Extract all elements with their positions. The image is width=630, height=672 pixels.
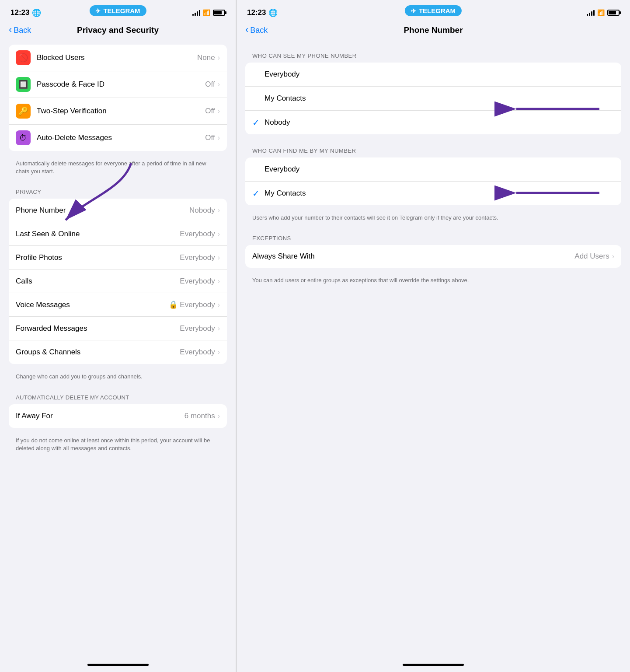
time-right: 12:23 🌐 xyxy=(247,8,278,18)
passcode-label: Passcode & Face ID xyxy=(37,80,205,89)
auto-delete-chevron: › xyxy=(218,134,220,142)
signal-icon-left xyxy=(192,10,200,16)
phone-number-chevron: › xyxy=(218,206,220,214)
groups-channels-chevron: › xyxy=(218,348,220,356)
auto-delete-label: Auto-Delete Messages xyxy=(37,133,205,142)
add-users-chevron: › xyxy=(612,252,614,260)
left-panel: 12:23 🌐 ✈ TELEGRAM 📶 ‹ Back xyxy=(0,0,236,672)
status-bar-right: 12:23 🌐 ✈ TELEGRAM 📶 xyxy=(237,0,630,22)
passcode-icon: 🔲 xyxy=(16,77,31,92)
phone-number-row[interactable]: Phone Number Nobody › xyxy=(9,199,227,222)
home-bar-left xyxy=(87,664,149,666)
forwarded-messages-value: Everybody xyxy=(180,324,215,333)
find-everybody-row[interactable]: ✓ Everybody xyxy=(245,158,621,182)
forwarded-messages-chevron: › xyxy=(218,325,220,332)
telegram-icon-right: ✈ xyxy=(411,7,416,14)
profile-photos-label: Profile Photos xyxy=(16,253,180,262)
wifi-icon-left: 📶 xyxy=(203,9,210,16)
groups-footer: Change who can add you to groups and cha… xyxy=(9,369,227,386)
nav-bar-right: ‹ Back Phone Number xyxy=(237,22,630,40)
forwarded-messages-row[interactable]: Forwarded Messages Everybody › xyxy=(9,317,227,340)
always-share-row[interactable]: Always Share With Add Users › xyxy=(245,245,621,268)
signal-icon-right xyxy=(587,10,595,16)
always-share-label: Always Share With xyxy=(252,252,574,261)
home-indicator-right xyxy=(237,657,630,672)
find-my-contacts-label: My Contacts xyxy=(265,189,614,198)
battery-icon-left xyxy=(213,10,225,16)
blocked-users-icon: 🚫 xyxy=(16,50,31,65)
groups-channels-label: Groups & Channels xyxy=(16,348,180,357)
voice-messages-chevron: › xyxy=(218,301,220,309)
voice-messages-row[interactable]: Voice Messages 🔒 Everybody › xyxy=(9,293,227,317)
content-left: 🚫 Blocked Users None › 🔲 Passcode & Face… xyxy=(0,40,236,657)
passcode-chevron: › xyxy=(218,80,220,88)
see-everybody-row[interactable]: ✓ Everybody xyxy=(245,63,621,87)
forwarded-messages-label: Forwarded Messages xyxy=(16,324,180,333)
see-nobody-label: Nobody xyxy=(265,118,614,127)
status-icons-right: 📶 xyxy=(587,9,620,16)
auto-delete-account-header: AUTOMATICALLY DELETE MY ACCOUNT xyxy=(9,386,227,404)
back-button-left[interactable]: ‹ Back xyxy=(9,26,31,35)
time-left: 12:23 🌐 xyxy=(10,8,41,18)
profile-photos-row[interactable]: Profile Photos Everybody › xyxy=(9,246,227,270)
groups-channels-row[interactable]: Groups & Channels Everybody › xyxy=(9,340,227,364)
content-right: WHO CAN SEE MY PHONE NUMBER ✓ Everybody … xyxy=(237,40,630,657)
page-title-right: Phone Number xyxy=(404,25,463,35)
status-bar-left: 12:23 🌐 ✈ TELEGRAM 📶 xyxy=(0,0,236,22)
status-icons-left: 📶 xyxy=(192,9,225,16)
who-find-label: WHO CAN FIND ME BY MY NUMBER xyxy=(245,140,621,158)
see-nobody-row[interactable]: ✓ Nobody xyxy=(245,111,621,134)
telegram-icon-left: ✈ xyxy=(95,7,101,14)
if-away-for-chevron: › xyxy=(218,412,220,420)
passcode-row[interactable]: 🔲 Passcode & Face ID Off › xyxy=(9,71,227,98)
if-away-for-row[interactable]: If Away For 6 months › xyxy=(9,404,227,428)
find-my-contacts-row[interactable]: ✓ My Contacts xyxy=(245,182,621,205)
see-nobody-check: ✓ xyxy=(252,117,265,128)
blocked-users-chevron: › xyxy=(218,54,220,62)
two-step-label: Two-Step Verification xyxy=(37,107,205,116)
back-chevron-left: ‹ xyxy=(9,25,12,35)
blocked-users-row[interactable]: 🚫 Blocked Users None › xyxy=(9,45,227,71)
if-away-footer: If you do not come online at least once … xyxy=(9,433,227,458)
two-step-icon: 🔑 xyxy=(16,104,31,119)
add-users-value: Add Users xyxy=(574,252,609,261)
calls-row[interactable]: Calls Everybody › xyxy=(9,270,227,293)
back-button-right[interactable]: ‹ Back xyxy=(245,26,268,35)
right-panel: 12:23 🌐 ✈ TELEGRAM 📶 ‹ Back xyxy=(237,0,630,672)
auto-delete-value: Off xyxy=(205,133,215,142)
profile-photos-value: Everybody xyxy=(180,253,215,262)
calls-value: Everybody xyxy=(180,277,215,286)
two-step-value: Off xyxy=(205,107,215,116)
blocked-users-label: Blocked Users xyxy=(37,53,197,62)
phone-number-label: Phone Number xyxy=(16,206,189,215)
find-everybody-label: Everybody xyxy=(265,165,614,174)
wifi-icon-right: 📶 xyxy=(597,9,605,16)
find-my-contacts-check: ✓ xyxy=(252,188,265,199)
phone-number-value: Nobody xyxy=(189,206,215,215)
auto-delete-icon: ⏱ xyxy=(16,130,31,145)
security-settings-card: 🚫 Blocked Users None › 🔲 Passcode & Face… xyxy=(9,45,227,151)
calls-chevron: › xyxy=(218,277,220,285)
auto-delete-row[interactable]: ⏱ Auto-Delete Messages Off › xyxy=(9,125,227,151)
privacy-section-header: PRIVACY xyxy=(9,181,227,199)
globe-icon-left: 🌐 xyxy=(32,8,41,18)
who-see-card: ✓ Everybody ✓ My Contacts ✓ Nobody xyxy=(245,63,621,134)
battery-icon-right xyxy=(607,10,620,16)
two-step-row[interactable]: 🔑 Two-Step Verification Off › xyxy=(9,98,227,125)
two-step-chevron: › xyxy=(218,107,220,115)
privacy-settings-card: Phone Number Nobody › Last Seen & Online… xyxy=(9,199,227,364)
last-seen-row[interactable]: Last Seen & Online Everybody › xyxy=(9,222,227,246)
find-footer: Users who add your number to their conta… xyxy=(245,210,621,227)
exceptions-section-header: EXCEPTIONS xyxy=(245,227,621,245)
telegram-badge-right: ✈ TELEGRAM xyxy=(405,5,462,16)
home-bar-right xyxy=(403,664,464,666)
voice-messages-label: Voice Messages xyxy=(16,301,169,309)
see-my-contacts-label: My Contacts xyxy=(265,94,614,103)
who-find-card: ✓ Everybody ✓ My Contacts xyxy=(245,158,621,205)
home-indicator-left xyxy=(0,657,236,672)
nav-bar-left: ‹ Back Privacy and Security xyxy=(0,22,236,40)
auto-delete-account-card: If Away For 6 months › xyxy=(9,404,227,428)
last-seen-value: Everybody xyxy=(180,230,215,238)
see-my-contacts-row[interactable]: ✓ My Contacts xyxy=(245,87,621,111)
blocked-users-value: None xyxy=(197,53,215,62)
